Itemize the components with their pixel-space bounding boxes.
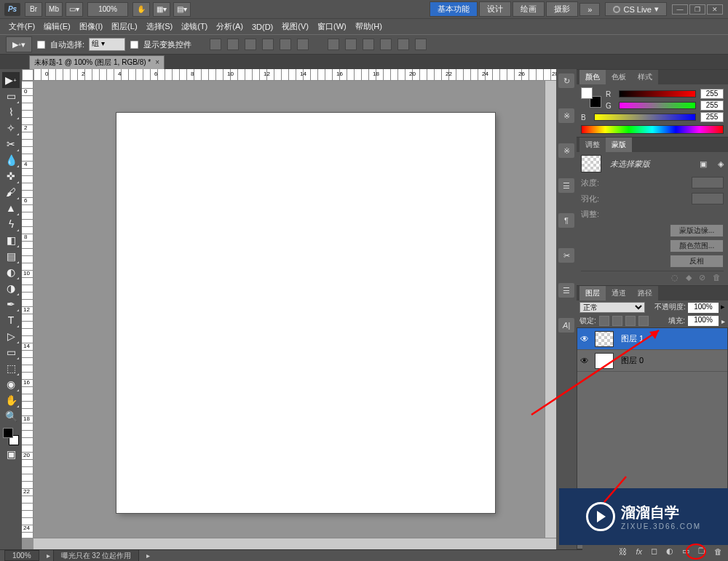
lock-pos-icon[interactable]: [625, 316, 636, 326]
g-value[interactable]: 255: [700, 100, 724, 111]
adjustment-icon[interactable]: ◐: [666, 546, 673, 556]
visibility-icon[interactable]: 👁: [577, 356, 592, 366]
mask-edge-button[interactable]: 蒙版边缘...: [670, 224, 724, 237]
r-value[interactable]: 255: [700, 89, 724, 99]
delete-mask-icon[interactable]: 🗑: [713, 273, 721, 281]
dist-btn[interactable]: [345, 39, 357, 50]
b-value[interactable]: 255: [700, 112, 724, 122]
menu-edit[interactable]: 编辑(E): [39, 21, 75, 32]
g-slider[interactable]: [619, 102, 696, 109]
dist-btn[interactable]: [328, 39, 339, 50]
workspace-photo[interactable]: 摄影: [546, 1, 578, 17]
path-select-tool[interactable]: ▷: [2, 328, 20, 344]
align-btn[interactable]: [297, 39, 309, 50]
fill-value[interactable]: 100%: [688, 316, 719, 326]
mb-button[interactable]: Mb: [45, 2, 63, 17]
tab-adjust[interactable]: 调整: [579, 138, 606, 152]
hand-tool[interactable]: ✋: [2, 392, 20, 408]
layer-name[interactable]: 图层 1: [617, 333, 727, 344]
eyedropper-tool[interactable]: 💧: [2, 152, 20, 168]
menu-analysis[interactable]: 分析(A): [212, 21, 248, 32]
lock-pixel-icon[interactable]: [612, 316, 622, 326]
lasso-tool[interactable]: ⌇: [2, 104, 20, 120]
menu-help[interactable]: 帮助(H): [351, 21, 387, 32]
ruler-vertical[interactable]: 024681012141618202224: [22, 81, 33, 538]
restore-button[interactable]: ❐: [689, 4, 705, 15]
visibility-icon[interactable]: 👁: [577, 334, 592, 344]
workspace-essentials[interactable]: 基本功能: [430, 1, 478, 17]
bridge-button[interactable]: Br: [25, 2, 42, 17]
workspace-paint[interactable]: 绘画: [513, 1, 545, 17]
marquee-tool[interactable]: ▭: [2, 88, 20, 104]
density-value[interactable]: [692, 177, 724, 188]
heal-tool[interactable]: ✜: [2, 168, 20, 184]
hue-strip[interactable]: [581, 125, 724, 134]
layer-row[interactable]: 👁 图层 0: [577, 350, 727, 372]
menu-layer[interactable]: 图层(L): [107, 21, 141, 32]
color-range-button[interactable]: 颜色范围...: [670, 239, 724, 252]
menu-file[interactable]: 文件(F): [4, 21, 39, 32]
history-brush-tool[interactable]: ϟ: [2, 216, 20, 232]
min-button[interactable]: ―: [672, 4, 688, 15]
layer-thumb[interactable]: [595, 353, 614, 369]
menu-image[interactable]: 图像(I): [75, 21, 107, 32]
tab-paths[interactable]: 路径: [632, 286, 658, 301]
align-btn[interactable]: [280, 39, 291, 50]
b-slider[interactable]: [594, 114, 696, 121]
lock-trans-icon[interactable]: [599, 316, 609, 326]
char-panel-icon[interactable]: A|: [558, 318, 574, 333]
layer-row[interactable]: 👁 图层 1: [577, 328, 727, 350]
document-canvas[interactable]: [116, 113, 495, 513]
3d-tool[interactable]: ⬚: [2, 360, 20, 376]
dist-btn[interactable]: [397, 39, 409, 50]
tab-styles[interactable]: 样式: [632, 70, 658, 84]
brush-preset-icon[interactable]: ※: [558, 108, 574, 123]
shape-tool[interactable]: ▭: [2, 344, 20, 360]
auto-select-combo[interactable]: 组 ▾: [89, 38, 125, 51]
blend-mode-select[interactable]: 正常: [579, 302, 645, 313]
tool-presets-icon[interactable]: ✂: [558, 248, 574, 263]
vector-mask-icon[interactable]: ◈: [718, 159, 724, 169]
close-button[interactable]: ✕: [707, 4, 723, 15]
tab-swatches[interactable]: 色板: [606, 70, 632, 84]
align-btn[interactable]: [245, 39, 256, 50]
document-tab[interactable]: 未标题-1 @ 100% (图层 1, RGB/8) *×: [29, 55, 165, 69]
menu-view[interactable]: 视图(V): [277, 21, 313, 32]
opacity-value[interactable]: 100%: [688, 303, 719, 313]
dist-btn[interactable]: [415, 39, 427, 50]
mask-icon[interactable]: ◻: [651, 546, 657, 556]
scrollbar-h[interactable]: [33, 538, 556, 549]
invert-button[interactable]: 反相: [670, 255, 724, 268]
r-slider[interactable]: [619, 90, 696, 98]
tab-layers[interactable]: 图层: [579, 286, 606, 301]
actions-icon[interactable]: ☰: [558, 283, 574, 298]
zoom-tool[interactable]: 🔍: [2, 408, 20, 424]
align-btn[interactable]: [227, 39, 239, 50]
screen-mode-button[interactable]: ▭▾: [66, 2, 83, 17]
extras-button[interactable]: ▤▾: [173, 2, 191, 17]
move-tool[interactable]: ▶+: [2, 72, 20, 88]
eraser-tool[interactable]: ◧: [2, 232, 20, 248]
menu-select[interactable]: 选择(S): [142, 21, 178, 32]
tab-channels[interactable]: 通道: [606, 286, 632, 301]
status-info[interactable]: 曝光只在 32 位起作用: [53, 549, 140, 562]
clone-source-icon[interactable]: ※: [558, 143, 574, 158]
blur-tool[interactable]: ◐: [2, 264, 20, 280]
show-transform-check[interactable]: [130, 40, 139, 49]
tab-mask[interactable]: 蒙版: [606, 138, 632, 152]
feather-value[interactable]: [692, 193, 724, 204]
align-btn[interactable]: [210, 39, 221, 50]
char-icon[interactable]: ☰: [558, 178, 574, 193]
para-icon[interactable]: ¶: [558, 213, 574, 228]
quickmask-toggle[interactable]: ▣: [2, 446, 20, 462]
align-btn[interactable]: [262, 39, 274, 50]
3d-cam-tool[interactable]: ◉: [2, 376, 20, 392]
pixel-mask-icon[interactable]: ▣: [700, 159, 707, 169]
apply-mask-icon[interactable]: ◆: [686, 273, 692, 281]
type-tool[interactable]: T: [2, 312, 20, 328]
close-tab-icon[interactable]: ×: [155, 58, 159, 66]
crop-tool[interactable]: ✂: [2, 136, 20, 152]
trash-icon[interactable]: 🗑: [714, 547, 722, 556]
tool-preset[interactable]: ▶+ ▾: [6, 36, 32, 52]
dodge-tool[interactable]: ◑: [2, 280, 20, 296]
